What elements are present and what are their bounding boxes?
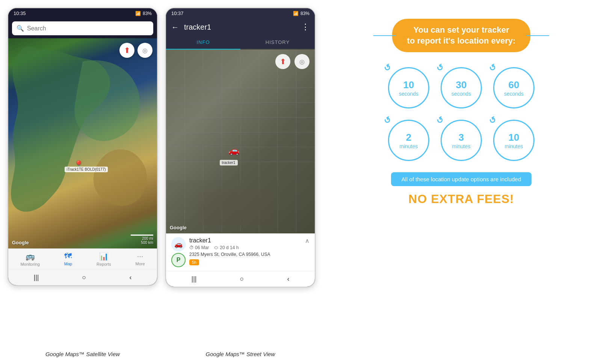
left-phone-time: 10:35 xyxy=(14,11,26,16)
tracker-address: 2325 Myers St, Oroville, CA 95966, USA xyxy=(189,252,301,257)
circle-unit-6: minutes xyxy=(504,143,523,149)
right-phone: 10:37 📶 83% ← tracker1 ⋮ INFO HISTORY xyxy=(165,8,316,287)
info-header-text: You can set your trackerto report it's l… xyxy=(407,25,516,45)
battery-label: 83% xyxy=(143,11,152,16)
compass-button-2[interactable]: ⬆ xyxy=(275,54,290,69)
search-icon: 🔍 xyxy=(17,25,24,32)
circle-unit-2: seconds xyxy=(451,91,471,97)
circle-3min: ↺ 3 minutes xyxy=(441,120,482,161)
parking-svg xyxy=(166,50,315,233)
time-badge: 5h xyxy=(189,259,199,265)
circle-10sec: ↺ 10 seconds xyxy=(388,67,429,108)
clock-icon: ⏱ xyxy=(189,245,194,250)
back-button[interactable]: ← xyxy=(171,23,179,32)
circle-unit-4: minutes xyxy=(399,143,418,149)
map-background: ⬆ ◎ 📍 iTrack1TE BOLD(0177) Google 200 mi… xyxy=(8,38,157,248)
right-phone-caption: Google Maps™ Street View xyxy=(165,351,316,357)
nav-monitoring-label: Monitoring xyxy=(20,262,39,266)
arrow-icon-3: ↺ xyxy=(487,62,498,74)
location2-icon: ◎ xyxy=(299,58,305,65)
circle-10min: ↺ 10 minutes xyxy=(493,120,535,161)
chevron-up-icon[interactable]: ∧ xyxy=(305,237,310,244)
nav-reports[interactable]: 📊 Reports xyxy=(97,252,111,266)
menu-btn[interactable]: ||| xyxy=(34,274,39,281)
svg-rect-14 xyxy=(203,192,270,225)
tracker-duration: 20 d 14 h xyxy=(220,245,239,250)
google-watermark-left: Google xyxy=(12,240,29,245)
tracker-car-icon: 🚗 xyxy=(171,237,186,251)
signal-icon-right: 📶 xyxy=(293,11,299,16)
search-input[interactable] xyxy=(27,25,149,32)
arrow-icon-2: ↺ xyxy=(435,62,445,74)
tracker-map-label: tracker1 xyxy=(220,160,238,165)
map-icon: 🗺 xyxy=(64,252,72,260)
google-watermark-right: Google xyxy=(170,225,187,230)
duration-meta: ⏲ 20 d 14 h xyxy=(214,245,239,250)
circles-row-2: ↺ 2 minutes ↺ 3 minutes ↺ 10 minutes xyxy=(388,120,535,161)
car-pin: 🚗 xyxy=(228,145,240,156)
tracker-title: tracker1 xyxy=(184,23,296,32)
circle-value-2: 30 xyxy=(456,79,467,91)
arrow-icon-6: ↺ xyxy=(487,114,498,126)
home-btn[interactable]: ○ xyxy=(82,274,86,281)
included-text-box: All of these location update options are… xyxy=(391,172,532,186)
signal-icon: 📶 xyxy=(135,11,141,16)
back-btn-right[interactable]: ‹ xyxy=(287,275,289,283)
compass-button[interactable]: ⬆ xyxy=(119,43,134,58)
back-btn[interactable]: ‹ xyxy=(129,274,131,281)
map-label: iTrack1TE BOLD(0177) xyxy=(65,167,107,172)
info-header-box: You can set your trackerto report it's l… xyxy=(392,19,531,52)
nav-map[interactable]: 🗺 Map xyxy=(64,252,72,266)
tracker-date: 06 Mar xyxy=(195,245,209,250)
left-phone-status-icons: 📶 83% xyxy=(135,11,152,16)
tab-info[interactable]: INFO xyxy=(166,36,240,50)
circle-unit-1: seconds xyxy=(399,91,418,97)
info-top-row: 🚗 P tracker1 ⏱ 06 Mar ⏲ 20 d 14 h 2325 M… xyxy=(171,237,310,267)
compass-icon: ⬆ xyxy=(124,46,130,55)
location-button-2[interactable]: ◎ xyxy=(294,54,310,69)
date-meta: ⏱ 06 Mar xyxy=(189,245,209,250)
tabs-bar: INFO HISTORY xyxy=(166,36,315,50)
tracker-icon-area: 🚗 P xyxy=(171,237,186,267)
scale-500km: 500 km xyxy=(131,241,153,245)
tab-history[interactable]: HISTORY xyxy=(240,36,315,49)
monitoring-icon: 🚌 xyxy=(26,252,35,261)
home-btn-right[interactable]: ○ xyxy=(240,275,244,283)
captions-row: Google Maps™ Satellite View Google Maps™… xyxy=(8,351,316,357)
tracker-details: tracker1 ⏱ 06 Mar ⏲ 20 d 14 h 2325 Myers… xyxy=(189,237,301,265)
circle-30sec: ↺ 30 seconds xyxy=(441,67,482,108)
search-bar[interactable]: 🔍 xyxy=(12,21,153,35)
tracker-header: ← tracker1 ⋮ xyxy=(166,18,315,36)
tracker-name-label: tracker1 xyxy=(189,237,301,244)
right-phone-time: 10:37 xyxy=(171,11,184,16)
no-extra-fees-text: NO EXTRA FEES! xyxy=(408,192,514,206)
circle-value-3: 60 xyxy=(509,79,519,91)
location-icon: ◎ xyxy=(142,47,148,54)
home-bar-left: ||| ○ ‹ xyxy=(8,269,157,285)
circle-unit-5: minutes xyxy=(452,143,470,149)
left-phone-status-bar: 10:35 📶 83% xyxy=(8,8,157,18)
scale-200mi: 200 mi xyxy=(131,236,153,241)
menu-btn-right[interactable]: ||| xyxy=(192,275,197,283)
street-view-map: ⬆ ◎ 🚗 tracker1 Google xyxy=(166,50,315,233)
parking-map-bg: ⬆ ◎ 🚗 tracker1 Google xyxy=(166,50,315,233)
circle-60sec: ↺ 60 seconds xyxy=(493,67,535,108)
bottom-nav: 🚌 Monitoring 🗺 Map 📊 Reports ··· More xyxy=(8,248,157,269)
arrow-icon-5: ↺ xyxy=(435,114,445,126)
timer-icon: ⏲ xyxy=(214,245,219,250)
circle-2min: ↺ 2 minutes xyxy=(388,120,429,161)
home-bar-right: ||| ○ ‹ xyxy=(166,271,315,287)
scale-bar: 200 mi 500 km xyxy=(131,235,153,245)
landmass-svg xyxy=(8,38,157,248)
nav-reports-label: Reports xyxy=(97,262,111,266)
reports-icon: 📊 xyxy=(99,252,109,261)
menu-dots-icon[interactable]: ⋮ xyxy=(301,22,310,32)
left-phone: 10:35 📶 83% 🔍 ⬆ ◎ 📍 iTrack1TE BOLD(0177) xyxy=(8,8,158,286)
location-button[interactable]: ◎ xyxy=(137,43,153,58)
nav-monitoring[interactable]: 🚌 Monitoring xyxy=(20,252,39,266)
nav-more[interactable]: ··· More xyxy=(135,252,145,266)
arrow-icon-1: ↺ xyxy=(382,62,393,74)
circle-value-6: 10 xyxy=(509,132,519,143)
circle-unit-3: seconds xyxy=(504,91,524,97)
circle-value-5: 3 xyxy=(459,132,464,143)
